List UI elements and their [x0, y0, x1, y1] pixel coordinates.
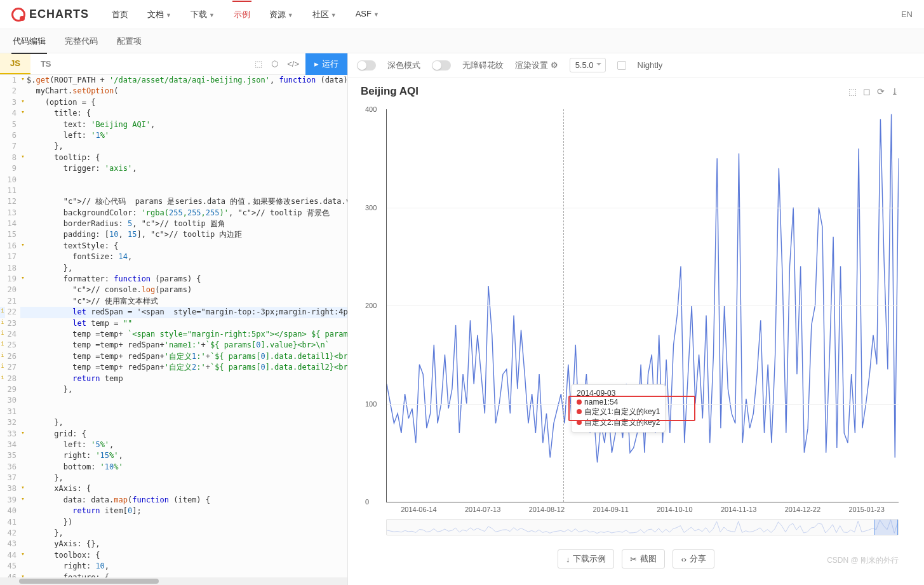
code-line-34[interactable]: 34 left: '5%',	[0, 440, 347, 450]
code-line-33[interactable]: 33▾ grid: {	[0, 429, 347, 440]
y-tick: 300	[365, 204, 377, 212]
code-editor[interactable]: 1▾$.get(ROOT_PATH + '/data/asset/data/aq…	[0, 75, 347, 577]
code-line-24[interactable]: i24 temp =temp+ `<span style="margin-rig…	[0, 329, 347, 340]
action-btn-2[interactable]: ‹›分享	[673, 549, 714, 568]
chevron-down-icon: ▼	[373, 11, 379, 18]
code-line-46[interactable]: 46▾ feature: {	[0, 572, 347, 577]
code-line-40[interactable]: 40 return item[0];	[0, 506, 347, 516]
code-line-17[interactable]: 17 fontSize: 14,	[0, 252, 347, 262]
chevron-down-icon: ▼	[288, 12, 293, 18]
x-tick: 2014-09-11	[593, 506, 628, 513]
x-tick: 2014-10-10	[657, 506, 692, 513]
nav-item-2[interactable]: 下载▼	[189, 1, 216, 28]
code-line-39[interactable]: 39▾ data: data.map(function (item) {	[0, 495, 347, 506]
code-line-20[interactable]: 20 "c">// console.log(params)	[0, 285, 347, 295]
zoom-area-icon[interactable]: ⬚	[848, 86, 857, 97]
lang-tab-ts[interactable]: TS	[30, 53, 62, 74]
run-button[interactable]: ▸ 运行	[305, 53, 347, 75]
code-line-42[interactable]: 42 },	[0, 528, 347, 539]
zoom-reset-icon[interactable]: ◻	[863, 86, 871, 97]
pattern-toggle[interactable]	[432, 60, 451, 71]
code-line-23[interactable]: i23 let temp = ""	[0, 318, 347, 329]
code-line-9[interactable]: 9 trigger: 'axis',	[0, 163, 347, 174]
chevron-down-icon: ▼	[166, 12, 171, 18]
code-line-14[interactable]: 14 borderRadius: 5, "c">// tooltip 圆角	[0, 219, 347, 229]
nav-items: 首页文档▼下载▼示例资源▼社区▼ASF▼	[110, 1, 380, 28]
code-line-21[interactable]: 21 "c">// 使用富文本样式	[0, 296, 347, 307]
code-line-10[interactable]: 10	[0, 175, 347, 185]
chevron-down-icon: ▼	[331, 12, 337, 18]
datazoom-slider[interactable]	[386, 519, 899, 535]
nav-item-1[interactable]: 文档▼	[146, 1, 173, 28]
code-line-38[interactable]: 38▾ xAxis: {	[0, 483, 347, 494]
nav-item-0[interactable]: 首页	[110, 1, 130, 28]
subnav-item-1[interactable]: 完整代码	[64, 29, 99, 53]
chart-plot[interactable]: 01002003004002014-06-142014-07-132014-08…	[386, 109, 899, 502]
logo-icon	[11, 8, 25, 22]
logo[interactable]: ECHARTS	[11, 8, 89, 22]
code-line-1[interactable]: 1▾$.get(ROOT_PATH + '/data/asset/data/aq…	[0, 75, 347, 86]
subnav-item-2[interactable]: 配置项	[116, 29, 143, 53]
action-btn-0[interactable]: ↓下载示例	[558, 549, 615, 568]
cube-icon[interactable]: ⬡	[271, 59, 278, 69]
code-line-19[interactable]: 19▾ formatter: function (params) {	[0, 274, 347, 285]
download-icon[interactable]: ⤓	[891, 86, 899, 97]
code-line-16[interactable]: 16▾ textStyle: {	[0, 241, 347, 252]
code-line-8[interactable]: 8▾ tooltip: {	[0, 152, 347, 163]
code-line-5[interactable]: 5 text: 'Beijing AQI',	[0, 119, 347, 130]
code-line-18[interactable]: 18 },	[0, 263, 347, 274]
code-line-26[interactable]: i26 temp =temp+ redSpan+'自定义1:'+`${ para…	[0, 351, 347, 362]
action-btn-1[interactable]: ✂截图	[622, 549, 665, 568]
code-line-12[interactable]: 12 "c">// 核心代码 params 是series.data 的值，如果…	[0, 196, 347, 207]
play-icon: ▸	[314, 59, 319, 69]
code-line-36[interactable]: 36 bottom: '10%'	[0, 462, 347, 473]
code-line-4[interactable]: 4▾ title: {	[0, 108, 347, 119]
zoom-selection[interactable]	[874, 520, 898, 535]
embed-icon[interactable]: </>	[287, 59, 299, 69]
version-select[interactable]: 5.5.0	[570, 58, 606, 72]
top-nav: ECHARTS 首页文档▼下载▼示例资源▼社区▼ASF▼ EN	[0, 0, 924, 29]
restore-icon[interactable]: ⟳	[877, 86, 885, 97]
code-line-2[interactable]: 2 myChart.setOption(	[0, 86, 347, 97]
code-line-25[interactable]: i25 temp =temp+ redSpan+'name1:'+`${ par…	[0, 340, 347, 351]
code-line-29[interactable]: 29 },	[0, 384, 347, 395]
dark-mode-toggle[interactable]	[357, 60, 376, 71]
nav-item-4[interactable]: 资源▼	[268, 1, 295, 28]
lang-tab-js[interactable]: JS	[0, 53, 30, 74]
code-line-11[interactable]: 11	[0, 185, 347, 196]
code-line-6[interactable]: 6 left: '1%'	[0, 130, 347, 141]
preview-panel: 深色模式 无障碍花纹 渲染设置 ⚙ 5.5.0 Nightly Beijing …	[348, 53, 924, 585]
code-line-22[interactable]: i22 let redSpan = '<span style="margin-t…	[0, 307, 347, 318]
code-line-41[interactable]: 41 })	[0, 517, 347, 528]
h-scrollbar[interactable]	[0, 577, 347, 585]
code-line-44[interactable]: 44▾ toolbox: {	[0, 550, 347, 561]
code-line-13[interactable]: 13 backgroundColor: 'rgba(255,255,255)',…	[0, 208, 347, 219]
code-line-7[interactable]: 7 },	[0, 141, 347, 152]
nav-item-5[interactable]: 社区▼	[311, 1, 338, 28]
axis-pointer	[563, 109, 564, 502]
nav-item-6[interactable]: ASF▼	[354, 1, 380, 28]
code-line-43[interactable]: 43 yAxis: {},	[0, 539, 347, 549]
nightly-label: Nightly	[638, 60, 663, 70]
code-line-32[interactable]: 32 },	[0, 417, 347, 428]
code-line-15[interactable]: 15 padding: [10, 15], "c">// tooltip 内边距	[0, 229, 347, 240]
code-line-31[interactable]: 31	[0, 407, 347, 417]
code-line-37[interactable]: 37 },	[0, 473, 347, 483]
code-line-3[interactable]: 3▾ (option = {	[0, 97, 347, 108]
chart-area: Beijing AQI ⬚◻⟳⤓ 01002003004002014-06-14…	[348, 77, 924, 585]
subnav-item-0[interactable]: 代码编辑	[11, 29, 47, 53]
lang-switch[interactable]: EN	[901, 10, 913, 19]
y-tick: 200	[365, 302, 377, 309]
code-line-45[interactable]: 45 right: 10,	[0, 561, 347, 572]
nav-item-3[interactable]: 示例	[232, 1, 251, 28]
code-line-27[interactable]: i27 temp =temp+ redSpan+'自定义2:'+`${ para…	[0, 362, 347, 373]
gear-icon: ⚙	[551, 60, 558, 70]
render-setting[interactable]: 渲染设置 ⚙	[515, 60, 558, 71]
x-tick: 2014-06-14	[401, 506, 436, 513]
format-icon[interactable]: ⬚	[255, 59, 262, 69]
nightly-checkbox[interactable]	[617, 61, 626, 70]
code-line-35[interactable]: 35 right: '15%',	[0, 450, 347, 461]
code-line-30[interactable]: 30	[0, 395, 347, 406]
code-line-28[interactable]: i28 return temp	[0, 373, 347, 384]
logo-text: ECHARTS	[29, 8, 89, 21]
